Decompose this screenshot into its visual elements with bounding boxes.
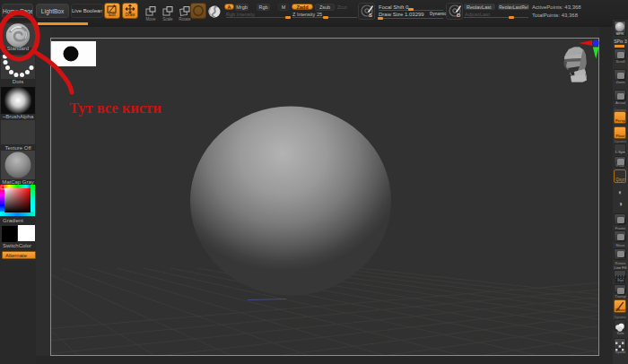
svg-text:BPR: BPR (616, 31, 624, 36)
svg-text:D: D (457, 13, 461, 18)
svg-text:S: S (369, 13, 372, 18)
